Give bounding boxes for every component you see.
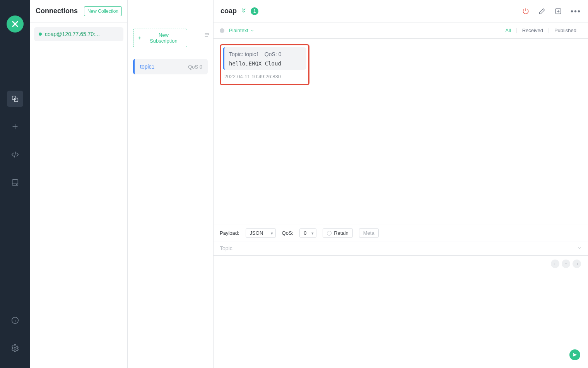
chevron-down-icon: ▾ — [271, 230, 273, 236]
power-icon[interactable] — [522, 7, 530, 15]
tab-received[interactable]: Received — [517, 28, 549, 33]
topbar: coap 1 ••• — [214, 0, 588, 22]
export-icon[interactable] — [554, 7, 562, 15]
connection-title: coap — [220, 7, 237, 15]
radio-icon — [327, 231, 332, 236]
message-timestamp: 2022-04-11 10:49:26:830 — [224, 74, 306, 79]
more-icon[interactable]: ••• — [571, 7, 581, 15]
new-subscription-label: New Subscription — [144, 32, 183, 44]
payload-label: Payload: — [220, 230, 239, 236]
qos-select[interactable]: 0 ▾ — [299, 228, 316, 238]
filterbar: Plaintext All Received Published — [214, 22, 588, 39]
meta-button[interactable]: Meta — [359, 228, 379, 238]
app-logo[interactable] — [7, 15, 24, 33]
svg-rect-1 — [14, 98, 18, 101]
svg-rect-0 — [12, 96, 16, 100]
settings-icon[interactable] — [7, 340, 23, 356]
message-payload: hello,EMQX Cloud — [229, 60, 302, 67]
format-select[interactable]: Plaintext — [229, 28, 255, 33]
connection-item[interactable]: coap@120.77.65.70:... — [34, 27, 123, 41]
subscription-topic: topic1 — [140, 64, 154, 70]
subscriptions-panel: New Subscription topic1 QoS 0 — [128, 0, 214, 368]
connections-title: Connections — [36, 7, 78, 15]
nav-rail — [0, 0, 30, 368]
collections-icon[interactable] — [7, 91, 23, 107]
svg-rect-2 — [12, 180, 18, 186]
connection-label: coap@120.77.65.70:... — [45, 31, 100, 37]
send-button[interactable] — [569, 349, 580, 360]
chevron-down-icon: ▾ — [311, 230, 314, 236]
message-highlight: Topic: topic1 QoS: 0 hello,EMQX Cloud 20… — [220, 44, 309, 85]
tab-published[interactable]: Published — [549, 28, 582, 33]
svg-point-4 — [14, 347, 16, 349]
info-icon[interactable] — [7, 312, 23, 328]
retain-toggle[interactable]: Retain — [323, 228, 353, 238]
publish-bar: Payload: JSON ▾ QoS: 0 ▾ Retain Meta — [214, 225, 588, 241]
message-count-badge: 1 — [251, 7, 258, 15]
plus-icon[interactable] — [7, 119, 23, 135]
topic-row — [214, 241, 588, 256]
new-collection-button[interactable]: New Collection — [84, 6, 122, 16]
editor-clear-icon[interactable]: − — [562, 260, 570, 268]
connections-panel: Connections New Collection coap@120.77.6… — [30, 0, 128, 368]
collapse-icon[interactable] — [204, 32, 210, 40]
editor-undo-icon[interactable]: ← — [551, 260, 559, 268]
new-subscription-button[interactable]: New Subscription — [133, 29, 187, 47]
payload-format-select[interactable]: JSON ▾ — [246, 228, 276, 238]
chevron-double-down-icon[interactable] — [241, 7, 247, 15]
message-meta: Topic: topic1 QoS: 0 — [229, 51, 302, 57]
online-dot-icon — [39, 33, 42, 36]
subscription-qos: QoS 0 — [188, 64, 202, 70]
code-icon[interactable] — [7, 146, 23, 163]
edit-icon[interactable] — [538, 7, 546, 15]
qos-label: QoS: — [282, 230, 294, 236]
subscription-item[interactable]: topic1 QoS 0 — [133, 59, 208, 74]
topic-input[interactable] — [220, 244, 577, 253]
editor-redo-icon[interactable]: → — [573, 260, 581, 268]
message-item[interactable]: Topic: topic1 QoS: 0 hello,EMQX Cloud — [223, 47, 306, 70]
db-icon[interactable] — [7, 174, 23, 191]
format-status-icon — [220, 28, 224, 33]
tab-all[interactable]: All — [500, 28, 516, 33]
chevron-down-icon[interactable] — [577, 245, 582, 252]
payload-editor[interactable]: ← − → — [214, 256, 588, 368]
format-label: Plaintext — [229, 28, 248, 33]
messages-pane: Topic: topic1 QoS: 0 hello,EMQX Cloud 20… — [214, 39, 588, 225]
main-panel: coap 1 ••• Plaintext — [214, 0, 588, 368]
